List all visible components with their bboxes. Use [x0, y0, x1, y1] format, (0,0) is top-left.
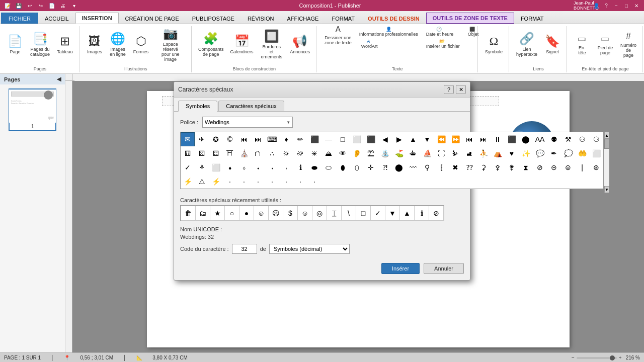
symbol-cell[interactable]: ⁅ — [434, 160, 448, 174]
recent-cell[interactable]: 🗂 — [196, 206, 210, 220]
symbol-cell[interactable]: ⬫ — [279, 160, 293, 174]
symbol-cell[interactable]: ⁇ — [462, 160, 476, 174]
images-button[interactable]: 🖼 Images — [84, 26, 106, 62]
recent-cell[interactable]: ✓ — [371, 206, 385, 220]
page-thumb-1[interactable]: LearnAccessPremière Première Première qu… — [9, 88, 56, 131]
new-btn[interactable]: 📄 — [47, 2, 56, 10]
zoom-thumb[interactable] — [610, 355, 615, 360]
symbol-cell[interactable]: ⏭ — [476, 132, 491, 146]
symbol-cell[interactable]: ⛩ — [223, 146, 237, 160]
symbol-cell[interactable]: ✏ — [293, 132, 307, 146]
symbol-cell[interactable]: ✈ — [195, 132, 209, 146]
symbol-cell[interactable]: ♥ — [505, 146, 519, 160]
symbol-cell[interactable]: — — [321, 132, 336, 146]
symbol-cell[interactable]: 💬 — [533, 146, 547, 160]
symbol-scroll[interactable]: ▲ ▼ — [604, 132, 609, 193]
formes-button[interactable]: ⬡ Formes — [130, 26, 152, 62]
symbol-cell[interactable]: 〰 — [406, 160, 420, 174]
symbol-cell[interactable]: ▼ — [420, 132, 434, 146]
recent-cell[interactable]: ☺ — [298, 206, 312, 220]
numero-button[interactable]: # Numérode page — [617, 26, 639, 62]
symbol-cell[interactable]: ⚒ — [561, 132, 575, 146]
symbol-cell[interactable]: ⛲ — [378, 146, 392, 160]
symbol-cell[interactable]: ⛺ — [491, 146, 505, 160]
symbol-cell[interactable]: ✪ — [209, 132, 223, 146]
symbol-cell[interactable]: ⬛ — [307, 132, 321, 146]
symbol-cell[interactable]: ⛪ — [237, 146, 251, 160]
recent-cell[interactable]: ● — [239, 206, 254, 220]
symbol-cell[interactable]: · — [251, 174, 265, 189]
recent-cell[interactable]: ⊘ — [429, 206, 443, 220]
symbol-cell[interactable]: ⚅ — [181, 146, 195, 160]
recent-cell[interactable]: ○ — [225, 206, 239, 220]
recent-cell[interactable]: ▼ — [385, 206, 399, 220]
symbol-cell[interactable]: ⬜ — [209, 160, 223, 174]
recent-cell[interactable]: $ — [283, 206, 297, 220]
symbol-cell[interactable]: ⚡ — [181, 174, 195, 189]
close-btn[interactable]: ✕ — [632, 2, 641, 10]
symbol-cell[interactable]: ⛬ — [265, 146, 279, 160]
symbol-cell[interactable]: ⚉ — [547, 132, 561, 146]
symbol-cell[interactable]: ♦ — [279, 132, 293, 146]
tab-symboles[interactable]: Symboles — [178, 101, 217, 112]
symbol-cell[interactable]: ⛮ — [293, 146, 307, 160]
symbol-cell[interactable]: ⊜ — [561, 160, 575, 174]
code-system-select[interactable]: Symboles (décimal) — [269, 244, 350, 254]
recent-cell[interactable]: ⌶ — [327, 206, 341, 220]
symbol-cell[interactable]: ⚃ — [209, 146, 223, 160]
signet-button[interactable]: 🔖 Signet — [541, 26, 564, 62]
symbol-cell[interactable]: · — [307, 174, 321, 189]
symbol-cell[interactable]: ⬧ — [223, 160, 237, 174]
undo-btn[interactable]: ↩ — [25, 2, 34, 10]
espace-button[interactable]: 📷 Espace réservépour une image — [153, 26, 188, 62]
symbol-cell[interactable]: · — [265, 174, 279, 189]
symbol-cell[interactable]: ⌨ — [265, 132, 279, 146]
symbol-cell[interactable]: ⏮ — [462, 132, 476, 146]
symbol-cell[interactable]: ✓ — [181, 160, 195, 174]
symbol-cell[interactable]: AA — [533, 132, 547, 146]
symbol-cell[interactable]: ⚠ — [195, 174, 209, 189]
symbol-cell[interactable]: ⁈ — [378, 160, 392, 174]
recent-cell[interactable]: ★ — [210, 206, 224, 220]
symbol-cell[interactable]: ⛭ — [279, 146, 293, 160]
symbol-cell[interactable]: ⚵ — [505, 160, 519, 174]
symbol-cell[interactable]: ⛯ — [307, 146, 321, 160]
symbol-cell[interactable]: ⬜ — [350, 132, 364, 146]
tab-caracteres-speciaux[interactable]: Caractères spéciaux — [218, 101, 284, 111]
symbol-cell[interactable]: ⬪ — [265, 160, 279, 174]
dialog-close-btn[interactable]: ✕ — [456, 85, 466, 94]
scroll-up-btn[interactable]: ▲ — [604, 132, 609, 139]
symbol-cell[interactable]: 👂 — [350, 146, 364, 160]
tab-creation[interactable]: CRÉATION DE PAGE — [119, 13, 186, 24]
print-btn[interactable]: 🖨 — [58, 2, 67, 10]
page-button[interactable]: 📄 Page — [4, 26, 26, 62]
dessiner-zone-button[interactable]: A Dessiner unezone de texte — [320, 26, 356, 44]
symbol-cell[interactable]: ⬛ — [364, 132, 378, 146]
tab-outils-dessin[interactable]: OUTILS DE DESSIN — [361, 13, 426, 24]
symbol-cell[interactable]: ✖ — [448, 160, 462, 174]
composants-button[interactable]: 🧩 Composantsde page — [196, 26, 226, 62]
symbol-cell[interactable]: ▲ — [406, 132, 420, 146]
symbol-cell[interactable]: ⚴ — [491, 160, 505, 174]
symbol-cell[interactable]: ⛸ — [462, 146, 476, 160]
symbol-cell[interactable]: ⧗ — [519, 160, 533, 174]
symbol-cell[interactable]: ◀ — [378, 132, 392, 146]
recent-cell[interactable]: \ — [342, 206, 356, 220]
annonces-button[interactable]: 📢 Annonces — [287, 26, 313, 62]
recent-cell[interactable]: ☺ — [254, 206, 268, 220]
recent-cell[interactable]: ◎ — [312, 206, 327, 220]
symbol-cell[interactable]: ⚘ — [195, 160, 209, 174]
symbol-cell[interactable]: ⬮ — [336, 160, 350, 174]
symbol-cell[interactable]: ⬯ — [350, 160, 364, 174]
recent-cell[interactable]: ☹ — [269, 206, 283, 220]
symbol-cell[interactable]: ✨ — [519, 146, 533, 160]
symbol-cell[interactable]: ⚳ — [476, 160, 491, 174]
info-pro-button[interactable]: 👤 Informations professionnelles — [357, 26, 421, 37]
dialog-help-btn[interactable]: ? — [444, 85, 454, 94]
symbol-cell[interactable]: ⛵ — [420, 146, 434, 160]
symbol-cell[interactable]: ⚡ — [209, 174, 223, 189]
recent-cell[interactable]: □ — [356, 206, 370, 220]
tableau-button[interactable]: ⊞ Tableau — [54, 26, 76, 62]
tab-revision[interactable]: RÉVISION — [241, 13, 281, 24]
symbol-cell[interactable]: ⛳ — [392, 146, 406, 160]
